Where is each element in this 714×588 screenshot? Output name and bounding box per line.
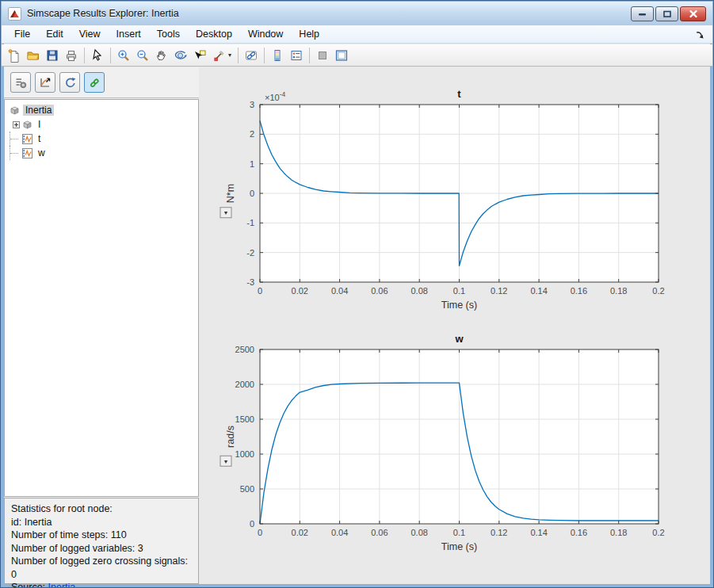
svg-text:Time (s): Time (s) — [441, 300, 477, 311]
open-file-icon[interactable] — [24, 46, 43, 65]
tree-connector — [10, 146, 22, 160]
svg-text:1000: 1000 — [235, 449, 254, 459]
tree-node-i[interactable]: I — [5, 117, 198, 132]
pan-icon[interactable] — [152, 46, 171, 65]
svg-text:1500: 1500 — [235, 414, 254, 424]
svg-text:0.16: 0.16 — [571, 528, 587, 537]
statistics-options-icon[interactable] — [10, 72, 31, 93]
link-selection-icon[interactable] — [84, 72, 105, 93]
insert-colorbar-icon[interactable] — [268, 46, 287, 65]
matlab-icon — [8, 7, 21, 21]
toolbar-separator — [110, 48, 111, 63]
minimize-button[interactable] — [631, 6, 654, 21]
menu-item-window[interactable]: Window — [240, 26, 291, 42]
zoom-in-icon[interactable] — [114, 46, 133, 65]
svg-text:500: 500 — [240, 484, 254, 494]
svg-text:0.06: 0.06 — [371, 286, 388, 296]
svg-text:rad/s: rad/s — [225, 426, 236, 448]
show-plot-tools-icon[interactable] — [332, 46, 351, 65]
signal-tree: Inertia I t — [4, 99, 199, 497]
svg-text:0.06: 0.06 — [371, 528, 388, 537]
chart-t: 00.020.040.060.080.10.120.140.160.180.2-… — [215, 80, 690, 326]
chart-canvas: 00.020.040.060.080.10.120.140.160.180.20… — [215, 326, 690, 556]
tree-node-inertia[interactable]: Inertia — [5, 103, 198, 117]
svg-text:w: w — [454, 333, 464, 345]
svg-text:t: t — [457, 88, 461, 100]
svg-text:0.14: 0.14 — [530, 528, 547, 537]
source-label: Source: — [11, 582, 45, 588]
data-cursor-icon[interactable] — [190, 46, 209, 65]
save-figure-icon[interactable] — [43, 46, 62, 65]
menu-item-desktop[interactable]: Desktop — [188, 26, 240, 42]
source-link[interactable]: Inertia — [48, 582, 76, 588]
tree-node-label: I — [36, 119, 43, 130]
close-button[interactable] — [680, 6, 706, 21]
svg-text:Time (s): Time (s) — [441, 541, 477, 552]
svg-text:0.02: 0.02 — [292, 286, 308, 296]
svg-text:2500: 2500 — [235, 345, 254, 354]
stats-line: Number of logged variables: 3 — [11, 542, 192, 556]
link-plots-icon[interactable] — [242, 46, 261, 65]
hide-plot-tools-icon[interactable] — [313, 46, 332, 65]
zoom-out-icon[interactable] — [133, 46, 152, 65]
stats-line: Statistics for root node: — [11, 502, 192, 516]
tree-node-w[interactable]: w — [5, 146, 198, 160]
svg-text:0.14: 0.14 — [530, 286, 547, 296]
tree-node-t[interactable]: t — [5, 132, 198, 146]
titlebar: Simscape Results Explorer: Inertia — [2, 2, 712, 25]
dock-arrow-icon[interactable] — [695, 29, 704, 43]
svg-text:0.18: 0.18 — [610, 286, 627, 296]
brush-icon[interactable] — [209, 46, 228, 65]
menu-item-insert[interactable]: Insert — [109, 26, 149, 42]
svg-text:2000: 2000 — [235, 380, 254, 389]
window-title: Simscape Results Explorer: Inertia — [27, 8, 179, 19]
menu-item-tools[interactable]: Tools — [149, 26, 188, 42]
stats-line: Number of time steps: 110 — [11, 529, 192, 542]
svg-text:▼: ▼ — [223, 459, 229, 464]
reload-data-icon[interactable] — [59, 72, 80, 93]
restore-button[interactable] — [655, 6, 678, 21]
svg-text:-3: -3 — [246, 277, 254, 287]
menu-item-help[interactable]: Help — [291, 26, 327, 42]
stats-line: id: Inertia — [11, 516, 192, 529]
rotate-3d-icon[interactable] — [171, 46, 190, 65]
menu-item-view[interactable]: View — [71, 26, 109, 42]
menu-item-file[interactable]: File — [6, 26, 38, 42]
svg-text:0.08: 0.08 — [410, 286, 427, 296]
svg-text:3: 3 — [250, 100, 254, 109]
svg-text:2: 2 — [250, 129, 254, 139]
stats-source-line: Source: Inertia — [11, 581, 192, 588]
expand-icon[interactable] — [10, 121, 22, 128]
new-figure-icon[interactable] — [5, 46, 24, 65]
svg-text:0.04: 0.04 — [331, 286, 348, 296]
edit-cursor-icon[interactable] — [88, 46, 107, 65]
svg-text:0: 0 — [250, 189, 254, 198]
svg-text:0.02: 0.02 — [292, 528, 308, 537]
plot-in-figure-icon[interactable] — [35, 72, 55, 93]
svg-text:0.16: 0.16 — [571, 286, 587, 296]
brush-dropdown-icon[interactable]: ▾ — [228, 52, 235, 59]
svg-text:0.1: 0.1 — [453, 528, 465, 537]
signal-icon — [22, 134, 32, 144]
svg-text:0.04: 0.04 — [331, 528, 348, 537]
print-figure-icon[interactable] — [62, 46, 81, 65]
toolbar-separator — [84, 48, 85, 63]
svg-text:N*m: N*m — [225, 184, 236, 203]
svg-text:0.2: 0.2 — [652, 528, 664, 537]
insert-legend-icon[interactable] — [287, 46, 306, 65]
menu-item-edit[interactable]: Edit — [38, 26, 71, 42]
cube-icon — [22, 120, 32, 130]
sidebar: Inertia I t — [4, 67, 199, 584]
toolbar-separator — [238, 48, 239, 63]
svg-text:0: 0 — [258, 528, 262, 537]
signal-icon — [22, 148, 32, 158]
tree-node-label: Inertia — [23, 105, 54, 116]
svg-text:▼: ▼ — [223, 210, 229, 216]
tree-node-label: w — [36, 147, 48, 158]
stats-line: Number of logged zero crossing signals: … — [11, 555, 192, 581]
svg-text:0: 0 — [258, 286, 262, 296]
window-controls — [629, 6, 706, 21]
svg-text:0.1: 0.1 — [453, 286, 465, 296]
explorer-toolbar — [4, 67, 199, 98]
svg-text:0.2: 0.2 — [652, 286, 664, 296]
